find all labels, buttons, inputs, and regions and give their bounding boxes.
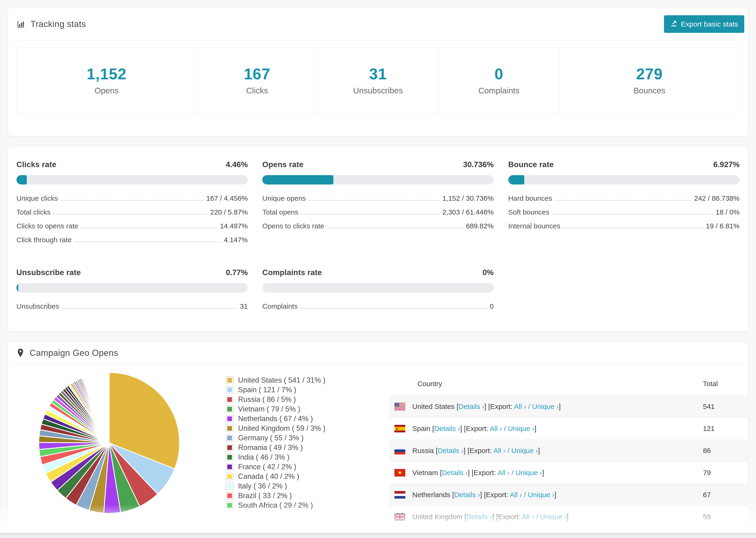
dotted-leader bbox=[62, 308, 237, 309]
rate-value: 0.77% bbox=[226, 268, 248, 277]
export-unique-link[interactable]: Unique › bbox=[515, 469, 542, 476]
dotted-leader bbox=[301, 214, 440, 215]
details-link[interactable]: Details › bbox=[438, 447, 463, 455]
legend-label: United Kingdom ( 59 / 3% ) bbox=[238, 424, 325, 433]
legend-swatch bbox=[226, 454, 233, 460]
rate-detail-label: Unique opens bbox=[262, 194, 306, 202]
country-line: United States [Details ›] [Export: All ›… bbox=[412, 403, 561, 410]
progress-fill bbox=[17, 283, 18, 293]
export-unique-link[interactable]: Unique › bbox=[532, 403, 559, 410]
country-cell: United Kingdom [Details ›] [Export: All … bbox=[389, 513, 701, 521]
export-all-link[interactable]: All › bbox=[498, 469, 510, 476]
details-link[interactable]: Details › bbox=[434, 425, 460, 432]
geo-pie-chart bbox=[34, 368, 184, 518]
legend-label: United States ( 541 / 31% ) bbox=[238, 376, 325, 385]
legend-item-united-states[interactable]: United States ( 541 / 31% ) bbox=[226, 375, 325, 385]
rate-detail-value: 14.497% bbox=[220, 222, 248, 230]
total-value: 59 bbox=[701, 513, 748, 521]
total-value: 79 bbox=[701, 469, 748, 477]
legend-item-south-africa[interactable]: South Africa ( 29 / 2% ) bbox=[226, 501, 325, 510]
export-all-link[interactable]: All › bbox=[522, 513, 534, 521]
rate-detail-value: 19 / 6.81% bbox=[706, 222, 739, 230]
rate-detail-rows: Unique clicks167 / 4.456%Total clicks220… bbox=[17, 194, 248, 250]
legend-item-germany[interactable]: Germany ( 55 / 3% ) bbox=[226, 433, 325, 443]
export-unique-link[interactable]: Unique › bbox=[512, 447, 538, 455]
details-link[interactable]: Details › bbox=[442, 469, 468, 476]
rate-detail-value: 167 / 4.456% bbox=[206, 194, 248, 202]
details-link[interactable]: Details › bbox=[454, 491, 480, 499]
rate-detail-label: Complaints bbox=[262, 302, 297, 310]
legend-item-netherlands[interactable]: Netherlands ( 67 / 4% ) bbox=[226, 414, 325, 423]
progress-fill bbox=[508, 175, 524, 185]
stat-unsubscribes: 31Unsubscribes bbox=[318, 48, 439, 114]
details-link[interactable]: Details › bbox=[459, 403, 484, 410]
total-value: 67 bbox=[701, 491, 748, 499]
rate-detail-value: 31 bbox=[240, 302, 248, 310]
geo-legend: United States ( 541 / 31% )Spain ( 121 /… bbox=[226, 375, 325, 510]
dotted-leader bbox=[555, 200, 691, 201]
legend-item-italy[interactable]: Italy ( 36 / 2% ) bbox=[226, 481, 325, 491]
legend-item-romania[interactable]: Romania ( 49 / 3% ) bbox=[226, 443, 325, 452]
details-link[interactable]: Details › bbox=[466, 513, 492, 521]
rate-head-bounce-rate: Bounce rate6.927% bbox=[508, 160, 739, 169]
legend-item-brazil[interactable]: Brazil ( 33 / 2% ) bbox=[226, 491, 325, 501]
stat-label-clicks: Clicks bbox=[246, 86, 268, 95]
legend-item-spain[interactable]: Spain ( 121 / 7% ) bbox=[226, 385, 325, 395]
rate-detail-label: Click through rate bbox=[17, 236, 72, 244]
export-separator: / bbox=[526, 403, 532, 410]
column-country: Country bbox=[389, 380, 701, 388]
legend-item-vietnam[interactable]: Vietnam ( 79 / 5% ) bbox=[226, 404, 325, 414]
legend-swatch bbox=[226, 444, 233, 451]
legend-item-united-kingdom[interactable]: United Kingdom ( 59 / 3% ) bbox=[226, 423, 325, 433]
stat-value-unsubscribes: 31 bbox=[369, 66, 387, 82]
legend-swatch bbox=[226, 415, 233, 422]
legend-item-india[interactable]: India ( 46 / 3% ) bbox=[226, 452, 325, 462]
page-title: Tracking stats bbox=[30, 19, 86, 29]
rate-title: Clicks rate bbox=[17, 160, 56, 169]
tracking-stats-card: Tracking stats Export basic stats 1,152O… bbox=[8, 8, 748, 136]
legend-item-france[interactable]: France ( 42 / 2% ) bbox=[226, 462, 325, 471]
export-label: Export: bbox=[469, 447, 493, 455]
dotted-leader bbox=[61, 200, 203, 201]
rate-panel-complaints-rate: Complaints rate0%Complaints0 bbox=[262, 268, 494, 316]
export-all-link[interactable]: All › bbox=[493, 447, 506, 455]
dotted-leader bbox=[53, 214, 207, 215]
rate-detail-value: 242 / 86.738% bbox=[694, 194, 739, 202]
legend-swatch bbox=[226, 387, 233, 393]
export-all-link[interactable]: All › bbox=[490, 425, 502, 432]
legend-item-russia[interactable]: Russia ( 86 / 5% ) bbox=[226, 395, 325, 404]
rate-title: Opens rate bbox=[262, 160, 303, 169]
dotted-leader bbox=[81, 228, 217, 228]
rate-detail-row: Clicks to opens rate14.497% bbox=[17, 222, 248, 236]
export-label: Export: bbox=[473, 469, 498, 476]
geo-header: Campaign Geo Opens bbox=[8, 342, 748, 364]
export-unique-link[interactable]: Unique › bbox=[540, 513, 567, 521]
legend-swatch bbox=[226, 425, 233, 432]
legend-item-canada[interactable]: Canada ( 40 / 2% ) bbox=[226, 471, 325, 481]
export-unique-link[interactable]: Unique › bbox=[508, 425, 534, 432]
stat-value-clicks: 167 bbox=[244, 66, 270, 82]
rate-detail-label: Total opens bbox=[262, 208, 298, 216]
country-cell: Spain [Details ›] [Export: All › / Uniqu… bbox=[389, 425, 701, 433]
legend-swatch bbox=[226, 483, 233, 489]
rate-detail-value: 689.82% bbox=[466, 222, 494, 230]
export-all-link[interactable]: All › bbox=[514, 403, 526, 410]
legend-swatch bbox=[226, 502, 233, 509]
stat-clicks: 167Clicks bbox=[197, 48, 318, 114]
flag-icon-vn bbox=[395, 469, 405, 476]
export-separator: / bbox=[534, 513, 540, 521]
rate-detail-label: Unique clicks bbox=[17, 194, 58, 202]
rate-value: 6.927% bbox=[713, 160, 739, 169]
rate-title: Unsubscribe rate bbox=[17, 268, 81, 277]
dotted-leader bbox=[563, 228, 703, 228]
export-basic-stats-button[interactable]: Export basic stats bbox=[664, 15, 744, 33]
geo-table-body: United States [Details ›] [Export: All ›… bbox=[389, 395, 748, 538]
tracking-stats-header: Tracking stats Export basic stats bbox=[8, 8, 748, 40]
total-value: 121 bbox=[701, 425, 748, 433]
rate-detail-label: Opens to clicks rate bbox=[262, 222, 324, 230]
export-unique-link[interactable]: Unique › bbox=[528, 491, 554, 499]
rate-detail-value: 1,152 / 30.736% bbox=[442, 194, 494, 202]
legend-swatch bbox=[226, 435, 233, 441]
export-all-link[interactable]: All › bbox=[510, 491, 522, 499]
table-row-united-kingdom: United Kingdom [Details ›] [Export: All … bbox=[389, 506, 748, 528]
